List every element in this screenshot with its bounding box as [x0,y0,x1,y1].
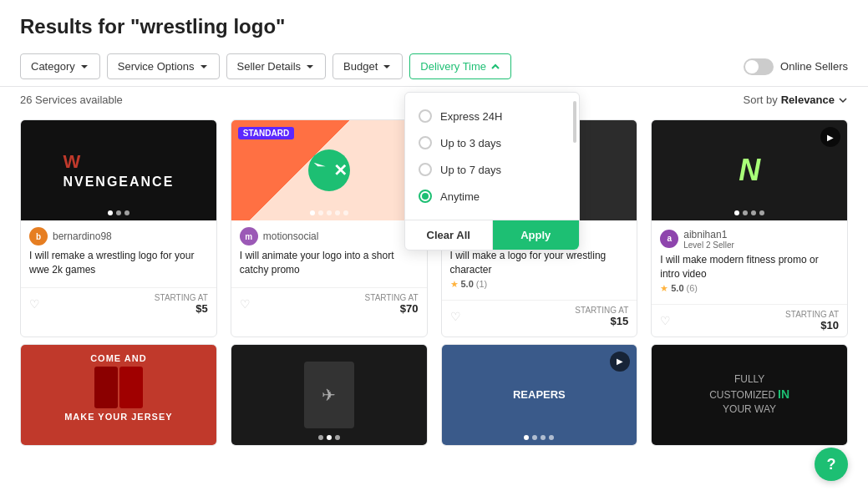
standard-badge: STANDARD [238,127,294,139]
sort-label: Sort by [743,94,777,106]
card-5-thumb: COME AND MAKE YOUR JERSEY [21,345,216,445]
anytime-option[interactable]: Anytime [405,183,579,210]
card-4-dots [734,210,764,215]
delivery-time-dropdown: Express 24H Up to 3 days Up to 7 days An… [404,92,580,250]
avatar: m [240,227,258,245]
chevron-down-icon [838,95,848,105]
radio-circle [419,163,432,176]
up-to-3-days-option[interactable]: Up to 3 days [405,129,579,156]
radio-circle [419,136,432,149]
card-1[interactable]: W NVENGEANCE b bernardino98 I will remak… [20,119,217,337]
play-icon: ▶ [820,127,840,147]
sort-dropdown[interactable]: Sort by Relevance [743,94,848,106]
service-options-filter-btn[interactable]: Service Options [107,53,220,79]
dropdown-options: Express 24H Up to 3 days Up to 7 days An… [405,93,579,220]
clear-all-button[interactable]: Clear All [405,220,493,250]
wishlist-btn[interactable]: ♡ [450,310,461,323]
card-2[interactable]: STANDARD ✕ m motionsocial I will animate… [231,119,428,337]
chevron-down-icon [79,62,89,72]
header: Results for "wrestling logo" [0,0,868,47]
card-8-thumb: FULLY CUSTOMIZED IN YOUR WAY [652,345,847,445]
toggle-knob [745,60,759,73]
card-2-thumb: STANDARD ✕ [231,120,427,220]
wishlist-btn[interactable]: ♡ [240,297,251,311]
seller-details-filter-btn[interactable]: Seller Details [226,53,327,79]
dropdown-footer: Clear All Apply [405,220,579,250]
card-2-dots [310,210,348,215]
cards-row-2: COME AND MAKE YOUR JERSEY ✈ ▶ [0,337,868,446]
filter-bar: Category Service Options Seller Details … [0,47,868,87]
wishlist-btn[interactable]: ♡ [660,314,671,327]
wishlist-btn[interactable]: ♡ [29,297,40,311]
card-6-dots [318,435,340,440]
online-sellers-label: Online Sellers [780,60,848,73]
online-sellers-wrap: Online Sellers [744,58,848,75]
chevron-down-icon [199,62,209,72]
card-7-thumb: ▶ REAPERS [442,345,637,445]
express-24h-option[interactable]: Express 24H [405,103,579,129]
card-7-dots [524,435,554,440]
radio-circle-checked [419,190,432,203]
budget-filter-btn[interactable]: Budget [332,53,403,79]
card-1-dots [108,210,129,215]
chevron-up-icon [490,62,500,72]
category-filter-btn[interactable]: Category [20,53,100,79]
online-sellers-toggle[interactable] [744,58,774,75]
page: Results for "wrestling logo" Category Se… [0,0,868,501]
scroll-bar [573,101,576,143]
help-button[interactable]: ? [815,448,848,481]
chevron-down-icon [305,62,315,72]
results-count: 26 Services available [20,94,123,106]
apply-button[interactable]: Apply [493,220,580,250]
card-8[interactable]: FULLY CUSTOMIZED IN YOUR WAY [651,344,848,446]
card-4-thumb: ▶ N [652,120,847,220]
card-4[interactable]: ▶ N a aibnihan1 Level 2 Seller I will ma… [651,119,848,337]
sort-value: Relevance [781,94,835,106]
play-icon: ▶ [610,352,630,372]
page-title: Results for "wrestling logo" [20,15,848,38]
avatar: b [29,227,48,245]
card-7[interactable]: ▶ REAPERS [441,344,638,446]
card-5[interactable]: COME AND MAKE YOUR JERSEY [20,344,217,446]
card-6[interactable]: ✈ [231,344,428,446]
card-1-thumb: W NVENGEANCE [21,120,216,220]
radio-circle [419,109,432,123]
chevron-down-icon [382,62,392,72]
up-to-7-days-option[interactable]: Up to 7 days [405,156,579,183]
avatar: a [660,230,678,248]
card-6-thumb: ✈ [231,345,427,445]
delivery-time-filter-btn[interactable]: Delivery Time [409,53,511,79]
